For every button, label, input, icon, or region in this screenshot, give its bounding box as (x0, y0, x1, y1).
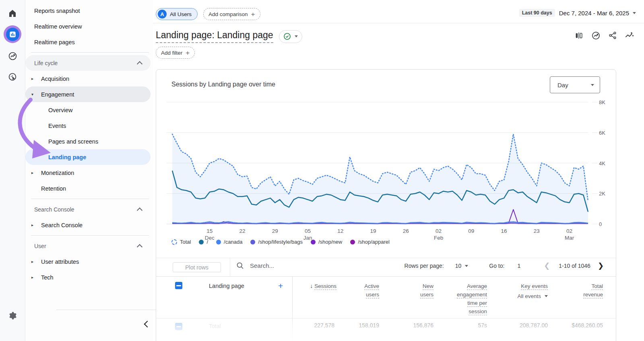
sidebar-item-label: Monetization (41, 170, 74, 176)
share-icon[interactable] (608, 31, 617, 40)
sidebar-section-search-console[interactable]: Search Console (25, 201, 151, 217)
sidebar-item-acquisition[interactable]: ▸Acquisition (25, 71, 151, 86)
add-filter-button[interactable]: Add filter + (156, 47, 195, 59)
triangle-right-icon[interactable]: ▸ (31, 223, 33, 227)
all-users-segment-chip[interactable]: A All Users (156, 8, 198, 20)
comparison-icon[interactable] (574, 31, 584, 40)
legend-item[interactable]: /shop/lifestyle/bags (250, 239, 303, 245)
column-label[interactable]: New users (420, 283, 433, 298)
column-header-key-events[interactable]: Key eventsAll events (491, 282, 548, 300)
svg-text:05: 05 (305, 228, 311, 234)
next-page-icon[interactable]: ❯ (598, 261, 604, 270)
rows-per-page-value[interactable]: 10 (455, 263, 462, 269)
chevron-up-icon (137, 61, 142, 67)
nav-rail (0, 0, 25, 341)
sidebar-item-overview[interactable]: Overview (25, 102, 151, 118)
divider (230, 258, 230, 276)
legend-item[interactable]: Total (171, 239, 191, 245)
svg-text:23: 23 (534, 228, 540, 234)
column-label[interactable]: Total revenue (583, 283, 603, 298)
sidebar-item-label: Tech (41, 274, 54, 281)
add-comparison-button[interactable]: Add comparison + (203, 8, 260, 20)
sidebar-item-monetization[interactable]: ▸Monetization (25, 165, 151, 181)
page-title[interactable]: Landing page: Landing page (156, 30, 273, 43)
plot-rows-button[interactable]: Plot rows (173, 262, 221, 272)
svg-text:09: 09 (468, 228, 474, 234)
dimension-column-header[interactable]: Landing page (209, 283, 244, 289)
svg-text:8K: 8K (599, 99, 605, 105)
sessions-line-chart[interactable]: 02K4K6K8K15Dec222905Jan12192602Feb091623… (156, 70, 616, 259)
triangle-down-icon[interactable]: ▾ (31, 92, 33, 97)
legend-item[interactable]: /shop/apparel (350, 239, 390, 245)
comparison-bar: A All Users Add comparison + (156, 8, 260, 20)
sidebar-item-label: Retention (41, 185, 66, 192)
svg-text:0: 0 (599, 221, 602, 227)
sidebar-item-realtime-pages[interactable]: Realtime pages (25, 34, 151, 50)
goto-page-input[interactable]: 1 (517, 263, 520, 269)
column-label[interactable]: Key events (521, 283, 548, 290)
legend-label: /shop/new (318, 239, 342, 245)
sidebar-item-realtime-overview[interactable]: Realtime overview (25, 18, 151, 34)
column-header-active-users[interactable]: Active users (336, 282, 379, 299)
sidebar-item-retention[interactable]: Retention (25, 181, 151, 196)
column-label[interactable]: Average engagement time per session (457, 283, 487, 315)
home-icon[interactable] (7, 8, 18, 18)
sidebar-section-life-cycle[interactable]: Life cycle (25, 55, 151, 71)
legend-label: Total (180, 239, 191, 245)
sidebar-item-label: Acquisition (41, 76, 69, 82)
legend-item[interactable]: /canada (216, 239, 242, 245)
totals-row-checkbox[interactable] (175, 323, 182, 330)
legend-item[interactable]: /shop/new (311, 239, 342, 245)
column-header-new-users[interactable]: New users (383, 282, 433, 299)
totals-value: 208,787.00 (491, 322, 548, 329)
legend-item[interactable]: / (199, 239, 208, 245)
triangle-right-icon[interactable]: ▸ (31, 76, 33, 81)
report-nav-drawer: Reports snapshotRealtime overviewRealtim… (25, 0, 153, 341)
sidebar-item-landing-page[interactable]: Landing page (25, 149, 151, 165)
reports-icon-highlight-ring (4, 25, 21, 43)
column-header-average-engagement-time-per-session[interactable]: Average engagement time per session (437, 282, 487, 316)
add-column-icon[interactable]: + (278, 281, 283, 291)
section-label: Life cycle (34, 60, 58, 66)
svg-text:16: 16 (501, 228, 507, 234)
column-header-sessions[interactable]: ↓Sessions (292, 282, 334, 290)
sidebar-item-label: User attributes (41, 259, 79, 265)
sidebar-item-search-console[interactable]: ▸Search Console (25, 217, 151, 233)
sidebar-item-reports-snapshot[interactable]: Reports snapshot (25, 3, 151, 18)
sidebar-item-user-attributes[interactable]: ▸User attributes (25, 254, 151, 269)
column-label[interactable]: Sessions (314, 283, 336, 290)
chevron-up-icon (137, 244, 142, 250)
admin-gear-icon[interactable] (7, 310, 18, 321)
sidebar-section-user[interactable]: User (25, 238, 151, 254)
insights-icon[interactable] (591, 31, 601, 40)
column-label[interactable]: Active users (364, 283, 379, 298)
key-events-filter[interactable]: All events (491, 292, 548, 300)
explore-icon[interactable] (7, 72, 18, 82)
triangle-right-icon[interactable]: ▸ (31, 275, 33, 279)
chevron-down-icon[interactable] (465, 265, 468, 267)
pagination-range: 1-10 of 1046 (559, 263, 590, 269)
sparkline-insights-icon[interactable] (625, 31, 634, 40)
svg-text:6K: 6K (599, 130, 605, 136)
column-header-total-revenue[interactable]: Total revenue (556, 282, 603, 299)
legend-label: / (206, 239, 208, 245)
sidebar-item-engagement[interactable]: ▾Engagement (25, 86, 151, 102)
sidebar-item-events[interactable]: Events (25, 118, 151, 134)
collapse-drawer-icon[interactable] (144, 321, 151, 328)
sidebar-item-pages-and-screens[interactable]: Pages and screens (25, 134, 151, 149)
triangle-right-icon[interactable]: ▸ (31, 170, 33, 175)
svg-text:15: 15 (206, 228, 213, 234)
advertising-icon[interactable] (7, 51, 18, 61)
triangle-right-icon[interactable]: ▸ (31, 259, 33, 264)
table-search (236, 261, 339, 270)
add-filter-label: Add filter (161, 50, 182, 56)
sidebar-item-label: Realtime overview (34, 23, 82, 30)
date-range-selector[interactable]: Last 90 days Dec 7, 2024 - Mar 6, 2025 (519, 9, 636, 17)
select-all-checkbox[interactable] (175, 282, 182, 289)
sort-descending-icon[interactable]: ↓ (310, 283, 313, 289)
svg-text:2K: 2K (599, 191, 605, 197)
sidebar-item-tech[interactable]: ▸Tech (25, 269, 151, 285)
search-input[interactable] (249, 262, 339, 269)
reports-icon[interactable] (6, 28, 19, 41)
report-status-badge[interactable] (279, 30, 302, 43)
